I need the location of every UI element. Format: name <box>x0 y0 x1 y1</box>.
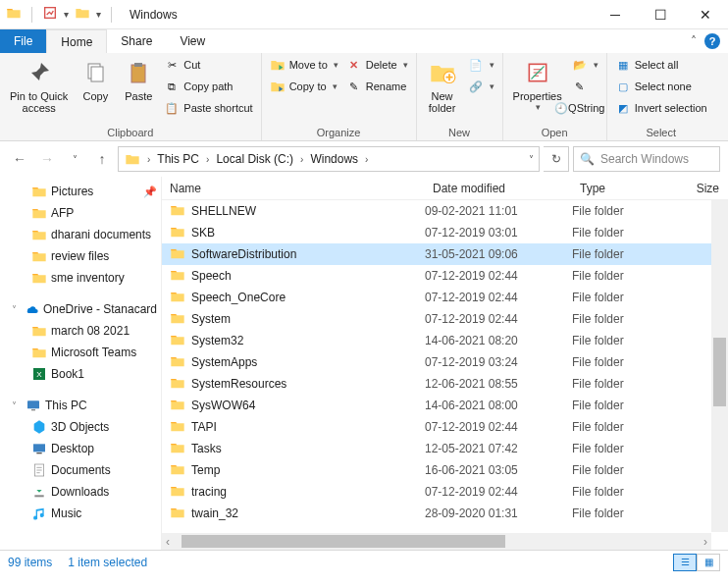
column-date[interactable]: Date modified <box>425 182 572 195</box>
close-button[interactable]: ✕ <box>683 0 728 29</box>
ribbon-collapse-icon[interactable]: ˄ <box>691 34 697 48</box>
breadcrumb-item[interactable]: Windows <box>306 152 362 166</box>
tree-item[interactable]: Downloads <box>0 481 161 503</box>
breadcrumb-root-icon[interactable] <box>121 151 144 167</box>
tree-item[interactable]: review files <box>0 245 161 267</box>
navigation-bar: ← → ˅ ↑ › This PC › Local Disk (C:) › Wi… <box>0 141 728 177</box>
column-type[interactable]: Type <box>572 182 680 195</box>
file-row[interactable]: SystemApps07-12-2019 03:24File folder <box>162 351 728 373</box>
expand-icon[interactable]: ˅ <box>12 400 22 411</box>
column-size[interactable]: Size <box>680 182 728 195</box>
file-row[interactable]: tracing07-12-2019 02:44File folder <box>162 481 728 503</box>
paste-button[interactable]: Paste <box>117 55 160 104</box>
file-row[interactable]: Vss07-12-2019 02:44File folder <box>162 524 728 528</box>
file-row[interactable]: Speech07-12-2019 02:44File folder <box>162 265 728 287</box>
help-icon[interactable]: ? <box>704 33 720 49</box>
refresh-button[interactable]: ↻ <box>544 146 569 172</box>
qat-dropdown-icon[interactable]: ▾ <box>96 9 101 20</box>
maximize-button[interactable]: ☐ <box>638 0 683 29</box>
view-details-button[interactable]: ☰ <box>673 554 697 571</box>
tree-item[interactable]: Microsoft Teams <box>0 342 161 363</box>
edit-icon: ✎ <box>572 79 588 94</box>
scrollbar-thumb[interactable] <box>713 338 726 406</box>
rename-button[interactable]: ✎Rename <box>342 77 412 96</box>
minimize-button[interactable]: ─ <box>593 0 638 29</box>
tree-item[interactable]: sme inventory <box>0 267 161 289</box>
file-row[interactable]: System3214-06-2021 08:20File folder <box>162 330 728 351</box>
address-bar[interactable]: › This PC › Local Disk (C:) › Windows › … <box>118 146 540 172</box>
chevron-right-icon[interactable]: › <box>144 154 153 165</box>
file-row[interactable]: System07-12-2019 02:44File folder <box>162 308 728 330</box>
easy-access-button[interactable]: 🔗▾ <box>464 77 498 96</box>
file-row[interactable]: Tasks12-05-2021 07:42File folder <box>162 438 728 459</box>
search-box[interactable]: 🔍 Search Windows <box>573 146 720 172</box>
qat-chevron-icon[interactable]: ▾ <box>64 9 69 20</box>
address-dropdown-icon[interactable]: ˅ <box>526 154 537 165</box>
file-row[interactable]: Speech_OneCore07-12-2019 02:44File folde… <box>162 287 728 308</box>
tab-view[interactable]: View <box>166 29 219 53</box>
file-row[interactable]: TAPI07-12-2019 02:44File folder <box>162 416 728 438</box>
history-button[interactable]: 🕘QString <box>568 98 602 118</box>
qat-properties-icon[interactable] <box>42 5 58 24</box>
move-to-button[interactable]: Move to▾ <box>266 55 342 75</box>
file-row[interactable]: SysWOW6414-06-2021 08:00File folder <box>162 395 728 416</box>
pin-to-quick-access-button[interactable]: Pin to Quick access <box>4 55 74 116</box>
chevron-right-icon[interactable]: › <box>362 154 371 165</box>
tree-item[interactable]: Documents <box>0 459 161 481</box>
tab-file[interactable]: File <box>0 29 46 53</box>
tree-item[interactable]: ˅This PC <box>0 395 161 416</box>
file-row[interactable]: Temp16-06-2021 03:05File folder <box>162 459 728 481</box>
scrollbar-thumb[interactable] <box>182 535 505 548</box>
open-button[interactable]: 📂▾ <box>568 55 602 75</box>
invert-selection-button[interactable]: ◩Invert selection <box>611 98 711 118</box>
file-row[interactable]: twain_3228-09-2020 01:31File folder <box>162 503 728 524</box>
tab-home[interactable]: Home <box>46 29 107 53</box>
tree-item[interactable]: ˅OneDrive - Stanacard <box>0 298 161 320</box>
tree-item[interactable]: XBook1 <box>0 363 161 385</box>
new-item-button[interactable]: 📄▾ <box>464 55 498 75</box>
copy-button[interactable]: Copy <box>74 55 117 104</box>
tree-item[interactable]: Desktop <box>0 438 161 459</box>
breadcrumb-item[interactable]: Local Disk (C:) <box>212 152 297 166</box>
navigation-pane[interactable]: Pictures📌AFPdharani documentsreview file… <box>0 177 162 550</box>
view-large-icons-button[interactable]: ▦ <box>697 554 720 571</box>
column-name[interactable]: Name <box>162 182 425 195</box>
music-icon <box>31 506 47 521</box>
file-rows[interactable]: SHELLNEW09-02-2021 11:01File folderSKB07… <box>162 200 728 528</box>
select-all-button[interactable]: ▦Select all <box>611 55 711 75</box>
chevron-down-icon: ▾ <box>334 60 338 70</box>
forward-button[interactable]: → <box>35 147 59 171</box>
scroll-left-icon[interactable]: ‹ <box>162 535 174 549</box>
new-folder-button[interactable]: New folder <box>421 55 464 116</box>
recent-dropdown[interactable]: ˅ <box>63 147 86 171</box>
file-row[interactable]: SoftwareDistribution31-05-2021 09:06File… <box>162 243 728 265</box>
file-row[interactable]: SystemResources12-06-2021 08:55File fold… <box>162 373 728 395</box>
scroll-right-icon[interactable]: › <box>700 535 711 549</box>
up-button[interactable]: ↑ <box>90 147 114 171</box>
horizontal-scrollbar[interactable]: ‹ › <box>162 533 711 550</box>
delete-button[interactable]: ✕Delete▾ <box>342 55 412 75</box>
vertical-scrollbar[interactable] <box>711 200 728 532</box>
tree-item[interactable]: dharani documents <box>0 224 161 245</box>
back-button[interactable]: ← <box>8 147 31 171</box>
file-row[interactable]: SKB07-12-2019 03:01File folder <box>162 222 728 243</box>
breadcrumb-item[interactable]: This PC <box>153 152 203 166</box>
copy-to-button[interactable]: Copy to▾ <box>266 77 342 96</box>
tree-item[interactable]: march 08 2021 <box>0 320 161 342</box>
tree-item[interactable]: AFP <box>0 202 161 224</box>
tree-item[interactable]: Pictures📌 <box>0 181 161 202</box>
expand-icon[interactable]: ˅ <box>12 304 20 315</box>
chevron-right-icon[interactable]: › <box>297 154 306 165</box>
tree-item-label: 3D Objects <box>51 420 109 434</box>
copy-path-button[interactable]: ⧉Copy path <box>160 77 256 96</box>
tree-item[interactable]: 3D Objects <box>0 416 161 438</box>
qat-folder-icon[interactable] <box>75 5 90 24</box>
tree-item[interactable]: Music <box>0 503 161 524</box>
file-row[interactable]: SHELLNEW09-02-2021 11:01File folder <box>162 200 728 222</box>
edit-button[interactable]: ✎ <box>568 77 602 96</box>
tab-share[interactable]: Share <box>107 29 166 53</box>
select-none-button[interactable]: ▢Select none <box>611 77 711 96</box>
cut-button[interactable]: ✂Cut <box>160 55 256 75</box>
chevron-right-icon[interactable]: › <box>203 154 212 165</box>
paste-shortcut-button[interactable]: 📋Paste shortcut <box>160 98 256 118</box>
